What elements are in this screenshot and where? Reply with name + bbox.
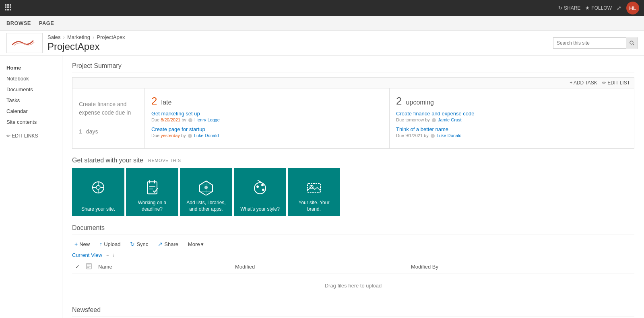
style-card-icon [252,179,268,199]
task-name[interactable]: Create page for startup [151,126,383,132]
task-due: Due 9/1/2021 by Luke Donald [396,133,627,138]
add-task-button[interactable]: + ADD TASK [570,80,597,86]
task-actions: + ADD TASK ✏ EDIT LIST [72,78,634,88]
share-icon: ↻ [558,5,562,11]
overdue-text: Create finance and expense code due in [79,100,138,117]
sidebar-item-documents[interactable]: Documents [0,84,62,95]
svg-rect-8 [10,9,11,10]
site-logo [6,33,43,53]
new-icon: + [74,241,78,247]
svg-point-12 [96,185,100,189]
svg-point-30 [262,189,264,191]
sidebar-item-site-contents[interactable]: Site contents [0,117,62,127]
breadcrumb-sales[interactable]: Sales [47,34,61,40]
share-button[interactable]: ↻ SHARE [558,5,580,11]
card-brand[interactable]: Your site. Your brand. [288,168,340,216]
task-item: Think of a better name Due 9/1/2021 by L… [396,126,627,138]
page-title: ProjectApex [47,41,125,52]
sidebar-item-home[interactable]: Home [0,62,62,73]
card-deadline[interactable]: Working on a deadline? [126,168,178,216]
focus-button[interactable]: ⤢ [617,5,621,11]
follow-icon: ★ [585,5,590,11]
site-header: Sales › Marketing › ProjectApex ProjectA… [0,31,644,56]
breadcrumb-projectapex[interactable]: ProjectApex [97,34,125,40]
svg-rect-32 [308,183,320,192]
svg-rect-4 [7,6,9,8]
upcoming-count-label: 2 upcoming [396,95,627,107]
person-icon [188,118,192,122]
card-share-label: Share your site. [81,206,115,213]
task-item: Create finance and expense code Due tomo… [396,111,627,122]
person-icon [432,118,436,122]
sync-button[interactable]: ↻ Sync [128,239,151,249]
newsfeed-title: Newsfeed [72,306,634,316]
top-bar: ↻ SHARE ★ FOLLOW ⤢ HL [0,0,644,16]
search-input[interactable] [553,40,626,46]
sidebar-item-notebook[interactable]: Notebook [0,73,62,84]
svg-rect-0 [5,4,6,6]
breadcrumb-marketing[interactable]: Marketing [67,34,90,40]
sidebar: Home Notebook Documents Tasks Calendar S… [0,56,62,318]
task-item: Get marketing set up Due 8/20/2021 by He… [151,111,383,122]
summary-overdue: Create finance and expense code due in 1… [72,88,145,148]
tab-page[interactable]: PAGE [39,17,54,29]
new-button[interactable]: + New [72,239,92,249]
layout: Home Notebook Documents Tasks Calendar S… [0,56,644,318]
user-avatar[interactable]: HL [626,2,639,14]
more-button[interactable]: More ▾ [186,240,206,249]
svg-line-10 [633,44,634,45]
sidebar-item-calendar[interactable]: Calendar [0,106,62,117]
task-due: Due yesterday by Luke Donald [151,133,383,138]
view-options-button[interactable]: ··· [105,252,109,258]
share-docs-button[interactable]: ↗ Share [155,239,181,249]
current-view[interactable]: Current View [72,252,102,258]
ribbon: BROWSE PAGE [0,16,644,31]
modified-by-col-header[interactable]: Modified By [408,261,634,273]
card-lists[interactable]: Add lists, libraries, and other apps. [180,168,232,216]
svg-rect-1 [7,4,9,6]
waffle-icon[interactable] [5,4,11,12]
upload-button[interactable]: ↑ Upload [97,239,123,249]
search-box [553,37,638,49]
docs-view-row: Current View ··· ⁝ [72,252,634,258]
summary-late: 2 late Get marketing set up Due 8/20/202… [145,88,390,148]
remove-this-button[interactable]: REMOVE THIS [148,158,181,163]
project-summary-box: + ADD TASK ✏ EDIT LIST Create finance an… [72,77,634,149]
newsfeed-section: Newsfeed [72,306,634,316]
svg-point-9 [630,41,633,44]
person-icon [188,134,192,138]
task-name[interactable]: Think of a better name [396,126,627,132]
project-summary-title: Project Summary [72,62,634,72]
search-button[interactable] [626,37,637,49]
svg-point-28 [256,185,259,188]
svg-rect-5 [10,6,11,8]
edit-list-button[interactable]: ✏ EDIT LIST [602,80,630,86]
checkbox-col-header: ✓ [72,261,83,273]
follow-button[interactable]: ★ FOLLOW [585,5,612,11]
person-icon [431,134,435,138]
svg-point-27 [254,183,266,194]
sync-icon: ↻ [130,241,135,247]
sidebar-item-tasks[interactable]: Tasks [0,95,62,106]
name-col-header[interactable]: Name [95,261,232,273]
card-style[interactable]: What's your style? [234,168,286,216]
main-content: Project Summary + ADD TASK ✏ EDIT LIST C… [62,56,644,318]
view-icon[interactable]: ⁝ [113,252,114,258]
edit-links-button[interactable]: ✏ EDIT LINKS [0,131,62,141]
task-name[interactable]: Get marketing set up [151,111,383,117]
card-deadline-label: Working on a deadline? [129,200,175,212]
focus-icon: ⤢ [617,5,621,11]
chevron-down-icon: ▾ [201,241,204,247]
modified-col-header[interactable]: Modified [232,261,408,273]
table-row: Drag files here to upload [72,273,634,298]
svg-point-29 [261,184,264,186]
task-name[interactable]: Create finance and expense code [396,111,627,117]
tab-browse[interactable]: BROWSE [6,17,31,29]
documents-section-title: Documents [72,224,634,234]
drag-drop-zone[interactable]: Drag files here to upload [75,276,631,295]
upload-icon: ↑ [99,241,102,247]
deadline-card-icon [144,179,160,199]
documents-section: Documents + New ↑ Upload ↻ Sync ↗ Share [72,224,634,298]
card-share[interactable]: Share your site. [72,168,124,216]
breadcrumb: Sales › Marketing › ProjectApex [47,34,125,40]
